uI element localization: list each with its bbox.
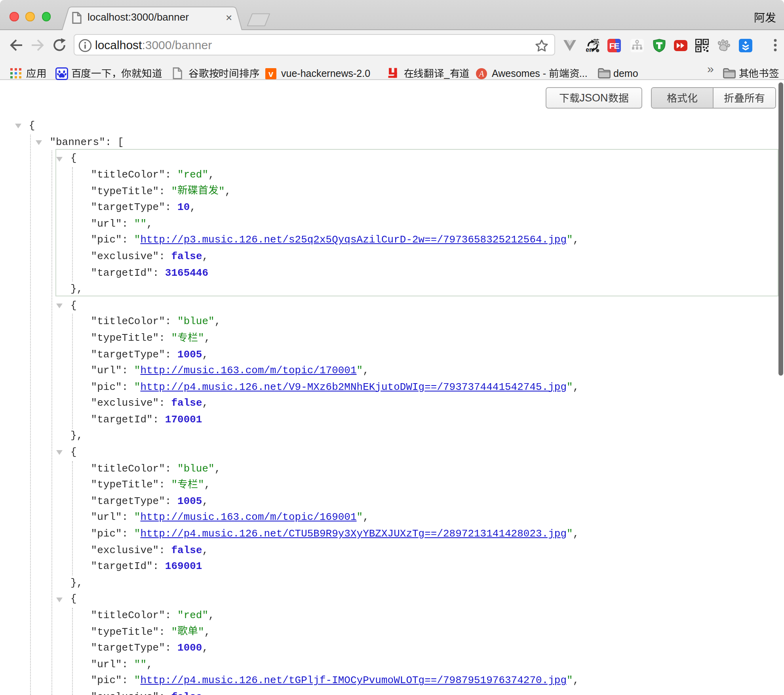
svg-text:FE: FE xyxy=(609,41,620,50)
svg-text:en: en xyxy=(586,46,593,52)
svg-text:v: v xyxy=(268,69,274,78)
svg-text:A: A xyxy=(478,69,484,78)
